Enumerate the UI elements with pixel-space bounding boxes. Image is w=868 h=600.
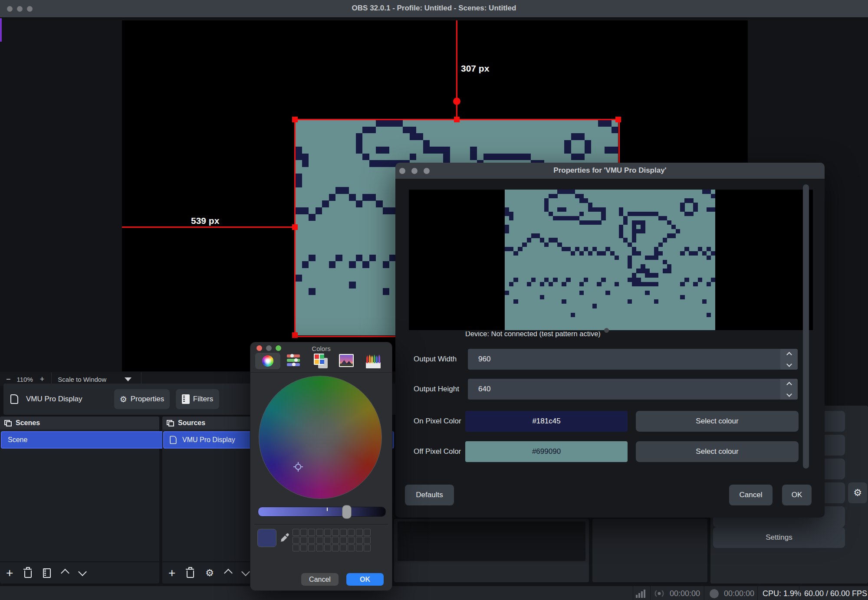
saved-color-cell[interactable] xyxy=(300,544,307,551)
scenes-panel-header[interactable]: Scenes xyxy=(0,416,159,430)
output-height-spinner[interactable] xyxy=(780,379,798,400)
saved-color-cell[interactable] xyxy=(364,537,371,544)
source-item-doc-icon xyxy=(170,436,176,444)
zoom-in-button[interactable]: + xyxy=(33,375,52,384)
properties-button[interactable]: ⚙ Properties xyxy=(114,389,170,409)
pencils-tab[interactable] xyxy=(366,354,381,368)
saved-color-cell[interactable] xyxy=(348,529,355,536)
saved-color-cell[interactable] xyxy=(348,537,355,544)
saved-color-cell[interactable] xyxy=(356,537,363,544)
saved-color-cell[interactable] xyxy=(332,537,339,544)
on-pixel-select-button[interactable]: Select colour xyxy=(636,411,799,432)
scale-mode-select[interactable]: Scale to Window xyxy=(52,376,112,383)
zoom-level[interactable]: 110% xyxy=(17,376,33,383)
eyedropper-icon[interactable] xyxy=(279,532,290,543)
saved-color-cell[interactable] xyxy=(308,529,315,536)
saved-color-cell[interactable] xyxy=(348,544,355,551)
colors-cancel-button[interactable]: Cancel xyxy=(301,573,339,586)
source-doc-icon xyxy=(10,394,18,404)
context-source-name: VMU Pro Display xyxy=(26,395,82,403)
handle-top-right[interactable] xyxy=(615,117,621,122)
image-tab[interactable] xyxy=(339,354,354,367)
scene-move-down-button[interactable] xyxy=(78,567,87,576)
saved-color-cell[interactable] xyxy=(324,529,331,536)
saved-color-cell[interactable] xyxy=(340,544,347,551)
scene-list-item[interactable]: Scene xyxy=(1,431,164,449)
scale-mode-caret-icon[interactable] xyxy=(125,377,132,381)
saved-color-cell[interactable] xyxy=(356,529,363,536)
filters-button[interactable]: Filters xyxy=(176,389,219,409)
slider-handle[interactable] xyxy=(342,505,352,519)
properties-dialog-title: Properties for 'VMU Pro Display' xyxy=(395,166,825,175)
status-bar: 00:00:00 00:00:00 CPU: 1.9% 60.00 / 60.0… xyxy=(0,585,868,600)
scene-filters-button[interactable] xyxy=(43,568,51,578)
device-status-text: Device: Not connected (test pattern acti… xyxy=(465,331,708,338)
saved-color-cell[interactable] xyxy=(340,529,347,536)
wheel-crosshair-icon[interactable] xyxy=(293,462,303,472)
audio-mixer-list xyxy=(398,521,585,561)
saved-color-cell[interactable] xyxy=(316,537,323,544)
record-time: 00:00:00 xyxy=(724,589,754,598)
handle-bottom-left[interactable] xyxy=(292,332,298,338)
source-move-down-button[interactable] xyxy=(241,567,250,576)
remove-scene-button[interactable] xyxy=(24,570,32,578)
saved-color-cell[interactable] xyxy=(293,537,299,544)
on-pixel-swatch: #181c45 xyxy=(465,411,628,432)
saved-color-cell[interactable] xyxy=(324,544,331,551)
saved-color-cell[interactable] xyxy=(293,529,299,536)
colors-ok-button[interactable]: OK xyxy=(346,573,384,586)
sources-panel-title: Sources xyxy=(178,419,205,427)
brightness-slider[interactable] xyxy=(258,507,386,517)
virtual-camera-gear-button[interactable]: ⚙ xyxy=(848,482,867,503)
output-width-spinner[interactable] xyxy=(780,349,798,370)
saved-color-cell[interactable] xyxy=(293,544,299,551)
obs-main-window: OBS 32.0.1 - Profile: Untitled - Scenes:… xyxy=(0,0,868,600)
saved-color-cell[interactable] xyxy=(308,537,315,544)
sliders-tab[interactable] xyxy=(287,354,300,367)
scene-move-up-button[interactable] xyxy=(61,569,69,577)
palette-tab[interactable] xyxy=(314,354,328,368)
stream-status-icon xyxy=(653,589,665,598)
add-source-button[interactable]: + xyxy=(168,569,175,577)
saved-color-cell[interactable] xyxy=(364,544,371,551)
saved-color-cell[interactable] xyxy=(332,544,339,551)
saved-color-cell[interactable] xyxy=(324,537,331,544)
properties-preview xyxy=(409,190,813,330)
output-width-input[interactable]: 960 xyxy=(468,349,798,370)
measure-dot[interactable] xyxy=(453,98,460,105)
handle-top-left[interactable] xyxy=(292,117,298,122)
saved-color-cell[interactable] xyxy=(364,529,371,536)
add-scene-button[interactable]: + xyxy=(6,569,13,577)
dialog-cancel-button[interactable]: Cancel xyxy=(729,485,773,505)
output-height-input[interactable]: 640 xyxy=(468,379,798,400)
source-properties-gear-icon[interactable]: ⚙ xyxy=(205,567,214,579)
properties-dialog-title-bar[interactable]: Properties for 'VMU Pro Display' xyxy=(395,163,825,179)
zoom-out-button[interactable]: − xyxy=(0,375,17,384)
remove-source-button[interactable] xyxy=(187,570,194,578)
handle-top-center[interactable] xyxy=(454,117,460,122)
cpu-usage: CPU: 1.9% xyxy=(763,589,801,598)
scenes-toolbar: + xyxy=(0,561,159,584)
scenes-panel-title: Scenes xyxy=(16,419,40,427)
signal-bars-icon xyxy=(636,590,645,598)
saved-color-cell[interactable] xyxy=(332,529,339,536)
defaults-button[interactable]: Defaults xyxy=(405,485,454,505)
saved-color-cell[interactable] xyxy=(356,544,363,551)
handle-left-middle[interactable] xyxy=(292,224,298,230)
gear-icon: ⚙ xyxy=(853,487,862,498)
off-pixel-select-button[interactable]: Select colour xyxy=(636,441,799,462)
colors-dialog: Colors xyxy=(250,342,392,591)
saved-color-cell[interactable] xyxy=(300,537,307,544)
filters-icon xyxy=(182,394,190,404)
saved-color-cell[interactable] xyxy=(308,544,315,551)
swatch-grid[interactable] xyxy=(293,529,374,551)
saved-color-cell[interactable] xyxy=(340,537,347,544)
color-wheel[interactable] xyxy=(259,376,382,499)
dialog-ok-button[interactable]: OK xyxy=(782,485,812,505)
saved-color-cell[interactable] xyxy=(316,529,323,536)
saved-color-cell[interactable] xyxy=(316,544,323,551)
settings-button[interactable]: Settings xyxy=(713,527,845,548)
dialog-scrollbar[interactable] xyxy=(803,184,809,469)
source-move-up-button[interactable] xyxy=(224,569,233,577)
saved-color-cell[interactable] xyxy=(300,529,307,536)
